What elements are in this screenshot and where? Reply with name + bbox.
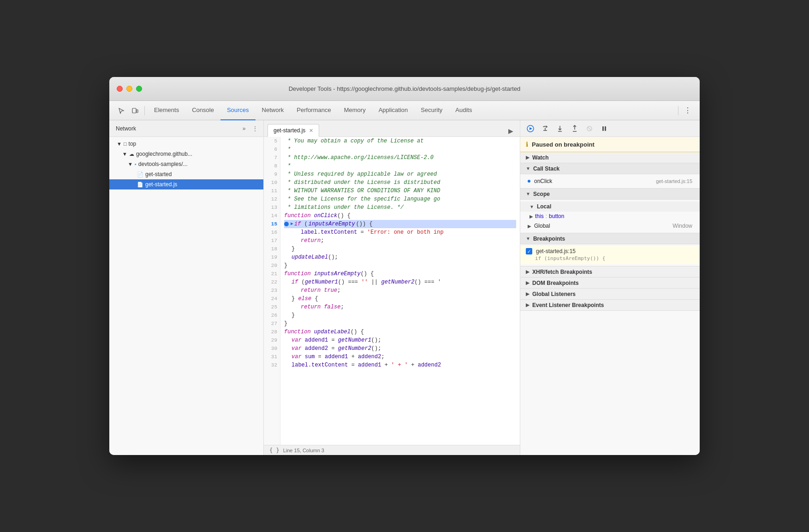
- ln-24: 24: [267, 295, 277, 303]
- global-listeners-arrow-icon: ▶: [526, 291, 529, 296]
- tree-item-samples[interactable]: ▼ ▪ devtools-samples/...: [109, 159, 263, 169]
- ln-19: 19: [267, 253, 277, 261]
- file-icon: 📄: [137, 171, 143, 177]
- dom-breakpoints-header[interactable]: ▶ DOM Breakpoints: [520, 278, 700, 289]
- breakpoints-label: Breakpoints: [533, 236, 565, 242]
- ln-26: 26: [267, 311, 277, 319]
- tab-performance[interactable]: Performance: [290, 101, 337, 120]
- network-tab-label[interactable]: Network: [113, 124, 139, 133]
- code-line-19: updateLabel();: [284, 253, 516, 261]
- maximize-button[interactable]: [136, 86, 142, 92]
- main-area: Network » ⋮ ▼ □ top ▼ ☁: [109, 120, 700, 455]
- code-line-13: * limitations under the License. */: [284, 203, 516, 212]
- scope-this-var[interactable]: ▶ this : button: [520, 212, 700, 221]
- tab-console[interactable]: Console: [185, 101, 220, 120]
- resume-button[interactable]: [524, 122, 537, 135]
- triangle-down-icon-2: ▼: [122, 151, 127, 157]
- global-listeners-label: Global Listeners: [532, 291, 576, 297]
- tab-close-icon[interactable]: ✕: [309, 128, 313, 134]
- step-over-button[interactable]: [539, 122, 552, 135]
- this-separator: :: [546, 213, 547, 219]
- tab-memory[interactable]: Memory: [338, 101, 372, 120]
- tab-sources[interactable]: Sources: [220, 101, 256, 120]
- breakpoints-arrow-icon: ▼: [526, 236, 530, 241]
- svg-rect-13: [605, 126, 606, 131]
- this-arrow-icon: ▶: [529, 214, 533, 219]
- status-bar: { } Line 15, Column 3: [264, 445, 520, 455]
- code-line-20: }: [284, 261, 516, 270]
- tree-item-domain[interactable]: ▼ ☁ googlechrome.github...: [109, 149, 263, 159]
- local-section-header[interactable]: ▼ Local: [520, 201, 700, 212]
- close-button[interactable]: [117, 86, 123, 92]
- call-stack-location: get-started.js:15: [656, 178, 692, 184]
- ln-8: 8: [267, 162, 277, 170]
- more-tabs-button[interactable]: ⋮: [681, 104, 694, 117]
- code-line-15: ▶ if (inputsAreEmpty()) {: [284, 220, 516, 228]
- step-out-button[interactable]: [568, 122, 581, 135]
- code-line-12: * See the License for the specific langu…: [284, 195, 516, 203]
- code-line-9: * Unless required by applicable law or a…: [284, 170, 516, 178]
- tab-application[interactable]: Application: [372, 101, 415, 120]
- call-stack-section-header[interactable]: ▼ Call Stack: [520, 163, 700, 174]
- tree-item-get-started-js[interactable]: 📄 get-started.js: [109, 179, 263, 189]
- deactivate-breakpoints-button[interactable]: [583, 122, 596, 135]
- global-listeners-header[interactable]: ▶ Global Listeners: [520, 289, 700, 300]
- cloud-icon: ☁: [129, 151, 134, 157]
- code-container[interactable]: 5 6 7 8 9 10 11 12 13 14 15 16 17 18: [264, 137, 520, 445]
- breakpoint-name: get-started.js:15: [536, 248, 576, 254]
- window-title: Developer Tools - https://googlechrome.g…: [289, 85, 521, 92]
- tree-item-top[interactable]: ▼ □ top: [109, 139, 263, 149]
- call-stack-arrow-icon: ▼: [526, 166, 530, 171]
- line-numbers: 5 6 7 8 9 10 11 12 13 14 15 16 17 18: [264, 137, 280, 445]
- watch-section-header[interactable]: ▶ Watch: [520, 152, 700, 163]
- tab-security[interactable]: Security: [414, 101, 449, 120]
- tab-elements[interactable]: Elements: [148, 101, 185, 120]
- tab-network[interactable]: Network: [256, 101, 291, 120]
- code-line-7: * http://www.apache.org/licenses/LICENSE…: [284, 154, 516, 162]
- ln-23: 23: [267, 286, 277, 295]
- breakpoint-label-1[interactable]: ✓ get-started.js:15: [526, 248, 694, 254]
- event-listener-breakpoints-header[interactable]: ▶ Event Listener Breakpoints: [520, 300, 700, 311]
- breakpoints-section-header[interactable]: ▼ Breakpoints: [520, 233, 700, 244]
- breakpoint-code: if (inputsAreEmpty()) {: [526, 254, 694, 262]
- xhr-arrow-icon: ▶: [526, 269, 529, 274]
- xhr-label: XHR/fetch Breakpoints: [532, 269, 592, 275]
- ln-13: 13: [267, 203, 277, 212]
- panel-header-icons: » ⋮: [239, 124, 260, 133]
- format-icon[interactable]: { }: [269, 447, 280, 454]
- kebab-menu-icon[interactable]: ⋮: [250, 124, 260, 133]
- device-icon[interactable]: [129, 104, 142, 117]
- cursor-position: Line 15, Column 3: [283, 448, 324, 453]
- global-label: Global: [534, 223, 672, 229]
- ln-31: 31: [267, 353, 277, 361]
- code-line-18: }: [284, 245, 516, 253]
- minimize-button[interactable]: [126, 86, 132, 92]
- code-line-21: function inputsAreEmpty() {: [284, 270, 516, 278]
- ln-30: 30: [267, 344, 277, 353]
- global-section[interactable]: ▶ Global Window: [520, 221, 700, 231]
- triangle-down-icon-3: ▼: [128, 161, 133, 167]
- ln-32: 32: [267, 361, 277, 369]
- breakpoint-checkbox[interactable]: ✓: [526, 248, 532, 254]
- editor-tab-get-started-js[interactable]: get-started.js ✕: [268, 124, 319, 137]
- dom-label: DOM Breakpoints: [532, 280, 579, 286]
- code-line-17: return;: [284, 236, 516, 245]
- tree-item-get-started[interactable]: 📄 get-started: [109, 169, 263, 179]
- pause-on-exception-button[interactable]: [598, 122, 611, 135]
- cursor-icon[interactable]: [115, 104, 128, 117]
- ln-12: 12: [267, 195, 277, 203]
- scope-section-header[interactable]: ▼ Scope: [520, 189, 700, 200]
- code-line-25: return false;: [284, 303, 516, 311]
- ln-17: 17: [267, 236, 277, 245]
- xhr-breakpoints-header[interactable]: ▶ XHR/fetch Breakpoints: [520, 266, 700, 278]
- code-line-29: var addend1 = getNumber1();: [284, 336, 516, 344]
- chevron-right-icon[interactable]: »: [239, 124, 249, 133]
- local-label: Local: [537, 203, 551, 210]
- editor-content: 5 6 7 8 9 10 11 12 13 14 15 16 17 18: [264, 137, 520, 445]
- ln-18: 18: [267, 245, 277, 253]
- main-toolbar: Elements Console Sources Network Perform…: [109, 101, 700, 120]
- step-into-button[interactable]: [553, 122, 566, 135]
- call-stack-onclick[interactable]: onClick get-started.js:15: [520, 176, 700, 186]
- editor-nav-icon[interactable]: ▶: [505, 125, 516, 136]
- tab-audits[interactable]: Audits: [449, 101, 478, 120]
